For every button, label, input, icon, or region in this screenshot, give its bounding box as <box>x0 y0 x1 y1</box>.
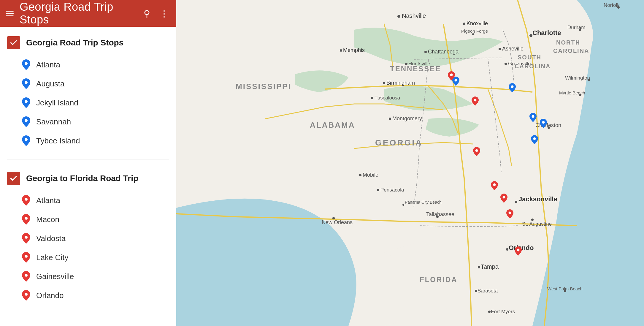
svg-text:Tuscaloosa: Tuscaloosa <box>375 95 400 101</box>
svg-text:Asheville: Asheville <box>502 46 524 52</box>
section-divider <box>7 159 169 159</box>
svg-point-41 <box>371 97 373 99</box>
pin-icon-jekyll <box>21 97 31 108</box>
svg-text:Montgomery: Montgomery <box>392 115 422 121</box>
pin-icon-orlando <box>21 290 31 301</box>
svg-text:New Orleans: New Orleans <box>322 219 353 225</box>
svg-point-10 <box>25 293 28 296</box>
svg-point-85 <box>474 99 477 102</box>
svg-point-80 <box>511 86 514 88</box>
svg-point-0 <box>25 62 28 65</box>
svg-text:Knoxville: Knoxville <box>467 20 488 26</box>
section-georgia-road-trip: Georgia Road Trip Stops Atlanta <box>0 27 176 156</box>
list-item[interactable]: Macon <box>21 210 176 229</box>
svg-text:Birmingham: Birmingham <box>386 80 415 86</box>
hamburger-menu-button[interactable] <box>6 11 14 16</box>
section-florida-items: Atlanta Macon <box>0 190 176 308</box>
svg-text:Pigeon Forge: Pigeon Forge <box>461 29 488 34</box>
list-item[interactable]: Orlando <box>21 286 176 305</box>
sidebar: Georgia Road Trip Stops Atlanta <box>0 27 176 311</box>
svg-text:Tampa: Tampa <box>481 263 499 270</box>
map-container[interactable]: GEORGIA ALABAMA MISSISSIPPI TENNESSEE SO… <box>176 0 644 326</box>
section-florida-checkbox[interactable] <box>7 172 20 185</box>
svg-point-65 <box>478 266 480 268</box>
list-item[interactable]: Savannah <box>21 112 176 131</box>
svg-text:Wilmington: Wilmington <box>565 75 590 81</box>
svg-point-90 <box>517 249 520 251</box>
section-georgia-title: Georgia Road Trip Stops <box>26 38 123 48</box>
svg-point-87 <box>493 183 496 186</box>
svg-text:West Palm Beach: West Palm Beach <box>547 286 583 291</box>
svg-text:NORTH: NORTH <box>556 39 580 46</box>
header-title: Georgia Road Trip Stops <box>20 1 136 26</box>
svg-point-4 <box>25 138 28 141</box>
app: Georgia Road Trip Stops ⚲ ⋮ Georgia Road… <box>0 0 644 326</box>
item-label-tybee: Tybee Island <box>36 136 80 145</box>
svg-text:Panama City Beach: Panama City Beach <box>405 200 442 205</box>
list-item[interactable]: Lake City <box>21 248 176 267</box>
svg-point-7 <box>25 236 28 239</box>
svg-point-47 <box>389 118 391 120</box>
section-georgia-checkbox[interactable] <box>7 36 20 49</box>
svg-point-71 <box>488 311 491 313</box>
svg-text:Jacksonville: Jacksonville <box>518 195 557 203</box>
more-options-icon[interactable]: ⋮ <box>158 7 170 20</box>
svg-text:Tallahassee: Tallahassee <box>426 211 454 217</box>
pin-icon-augusta <box>21 78 31 89</box>
list-item[interactable]: Gainesville <box>21 267 176 286</box>
svg-point-6 <box>25 217 28 220</box>
svg-point-69 <box>475 290 477 292</box>
svg-point-21 <box>397 15 400 18</box>
svg-text:ALABAMA: ALABAMA <box>310 121 355 129</box>
svg-point-51 <box>359 174 361 176</box>
svg-point-27 <box>340 49 342 52</box>
item-label-atlanta-2: Atlanta <box>36 196 60 205</box>
section-florida-road-trip: Georgia to Florida Road Trip Atlanta <box>0 162 176 311</box>
svg-point-63 <box>531 219 534 221</box>
svg-point-86 <box>475 149 478 152</box>
svg-text:Mobile: Mobile <box>363 172 378 178</box>
list-item[interactable]: Tybee Island <box>21 131 176 150</box>
svg-point-84 <box>450 74 453 76</box>
svg-point-57 <box>332 217 335 219</box>
pin-icon-gainesville <box>21 271 31 282</box>
list-item[interactable]: Augusta <box>21 74 176 93</box>
svg-text:FLORIDA: FLORIDA <box>420 276 458 284</box>
pin-icon-macon <box>21 214 31 225</box>
list-item[interactable]: Valdosta <box>21 229 176 248</box>
svg-text:Huntsville: Huntsville <box>408 61 430 67</box>
list-item[interactable]: Jekyll Island <box>21 93 176 112</box>
svg-point-67 <box>506 248 508 251</box>
item-label-lake-city: Lake City <box>36 253 68 262</box>
section-florida-title: Georgia to Florida Road Trip <box>26 174 138 183</box>
svg-point-79 <box>455 79 457 82</box>
item-label-savannah: Savannah <box>36 117 71 126</box>
svg-text:Durham: Durham <box>567 25 585 30</box>
svg-point-61 <box>515 201 517 203</box>
item-label-valdosta: Valdosta <box>36 234 66 243</box>
list-item[interactable]: Atlanta <box>21 191 176 210</box>
search-icon[interactable]: ⚲ <box>142 7 152 20</box>
item-label-jekyll: Jekyll Island <box>36 98 78 107</box>
section-georgia-header: Georgia Road Trip Stops <box>0 34 176 54</box>
svg-text:CAROLINA: CAROLINA <box>553 48 589 54</box>
svg-text:St. Augustine: St. Augustine <box>522 221 552 227</box>
item-label-macon: Macon <box>36 215 59 224</box>
header: Georgia Road Trip Stops ⚲ ⋮ <box>0 0 176 27</box>
svg-point-2 <box>25 100 28 103</box>
svg-point-35 <box>529 34 532 37</box>
svg-point-88 <box>503 196 505 199</box>
list-item[interactable]: Atlanta <box>21 55 176 74</box>
pin-icon-valdosta <box>21 233 31 244</box>
svg-text:Charleston: Charleston <box>535 122 561 128</box>
svg-text:Memphis: Memphis <box>343 47 365 53</box>
svg-point-81 <box>532 115 534 118</box>
svg-point-8 <box>25 255 28 258</box>
svg-text:Norfolk: Norfolk <box>604 2 620 8</box>
svg-text:Sarasota: Sarasota <box>478 288 498 294</box>
svg-text:Pensacola: Pensacola <box>380 187 404 193</box>
svg-text:Greenville: Greenville <box>508 61 531 67</box>
svg-text:GEORGIA: GEORGIA <box>375 138 423 147</box>
svg-point-5 <box>25 198 28 201</box>
item-label-augusta: Augusta <box>36 79 64 88</box>
